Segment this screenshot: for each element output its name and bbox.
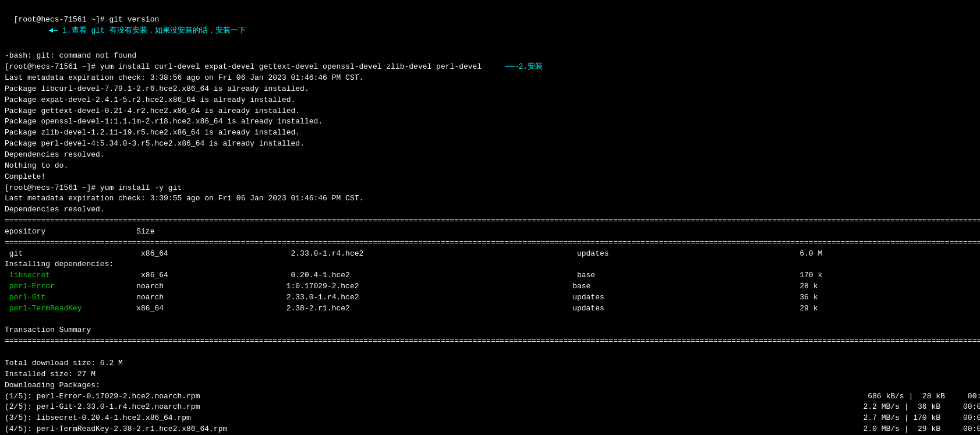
line-downloading: Downloading Packages: [5,381,100,390]
line-dl-3: (3/5): libsecret-0.20.4-1.hce2.x86_64.rp… [5,413,980,422]
line-libsecret: libsecret x86_64 0.20.4-1.hce2 base 170 … [5,271,822,280]
line-pkg1: Package libcurl-devel-7.79.1-2.r6.hce2.x… [5,84,309,93]
terminal-body: -bash: git: command not found [root@hecs… [0,40,980,435]
line-yum-install: [root@hecs-71561 ~]# yum install curl-de… [5,62,482,71]
line-deps2: Dependencies resolved. [5,205,105,214]
line-perl-error: perl-Error noarch 1:0.17029-2.hce2 base … [5,282,818,291]
line-dl-4: (4/5): perl-TermReadKey-2.38-2.r1.hce2.x… [5,425,980,433]
separator-1: ========================================… [5,216,980,225]
line-pkg6: Package perl-devel-4:5.34.0-3.r5.hce2.x8… [5,139,305,148]
line-git-pkg: git x86_64 2.33.0-1.r4.hce2 updates 6.0 … [5,249,822,258]
line-pkg4: Package openssl-devel-1:1.1.1m-2.r18.hce… [5,117,323,126]
line-installed-size: Installed size: 27 M [5,370,95,379]
line-total-download: Total download size: 6.2 M [5,359,123,367]
line-dl-2: (2/5): perl-Git-2.33.0-1.r4.hce2.noarch.… [5,402,980,411]
line-meta-check1: Last metadata expiration check: 3:38:56 … [5,73,363,82]
line-pkg3: Package gettext-devel-0.21-4.r2.hce2.x86… [5,107,300,115]
line-pkg5: Package zlib-devel-1.2.11-19.r5.hce2.x86… [5,128,300,137]
line-nothing: Nothing to do. [5,161,68,170]
terminal-container: [root@hecs-71561 ~]# git version ◄— 1.查看… [0,0,980,40]
line-transaction-summary: Transaction Summary [5,326,91,334]
line-repo-header: epository Size [5,227,154,236]
line-dl-1: (1/5): perl-Error-0.17029-2.hce2.noarch.… [5,392,980,401]
line-installing-deps: Installing dependencies: [5,260,114,268]
annotation-2: ——→2.安装 [505,62,543,71]
line-bash-error: -bash: git: command not found [5,51,136,60]
line-yum-git: [root@hecs-71561 ~]# yum install -y git [5,183,182,192]
line-meta-check2: Last metadata expiration check: 3:39:55 … [5,194,363,203]
separator-3: ========================================… [5,337,980,345]
separator-2: ========================================… [5,238,980,247]
annotation-1: ◄— 1.查看 git 有没有安装，如果没安装的话，安装一下 [49,26,246,35]
line-pkg2: Package expat-devel-2.4.1-5.r2.hce2.x86_… [5,96,295,104]
line-1: [root@hecs-71561 ~]# git version [14,15,160,24]
line-deps1: Dependencies resolved. [5,150,105,159]
line-perl-trk: perl-TermReadKey x86_64 2.38-2.r1.hce2 u… [5,304,818,313]
line-perl-git: perl-Git noarch 2.33.0-1.r4.hce2 updates… [5,293,818,302]
line-complete: Complete! [5,172,45,181]
